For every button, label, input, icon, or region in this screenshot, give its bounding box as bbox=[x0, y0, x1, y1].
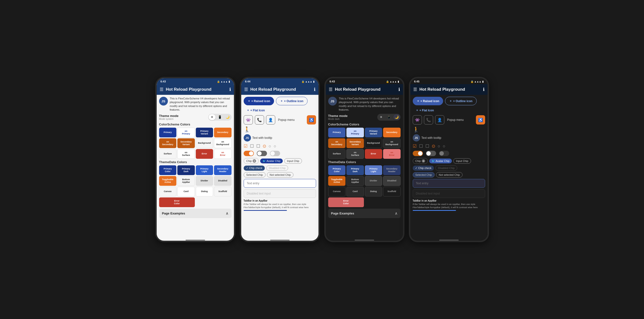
person-icon-btn-2[interactable]: 👤 bbox=[266, 115, 275, 125]
hamburger-icon-4[interactable]: ☰ bbox=[413, 87, 417, 92]
td-dialog-3[interactable]: Dialog bbox=[365, 187, 382, 196]
chip-on-background-3[interactable]: onBackground bbox=[383, 138, 400, 148]
device-mode-btn-1[interactable]: 📱 bbox=[216, 114, 223, 120]
td-primary-light-3[interactable]: PrimaryLight bbox=[365, 165, 382, 175]
td-secondary-header-3[interactable]: SecondaryHeader bbox=[383, 165, 400, 175]
td-scaffold-1[interactable]: Scaffold bbox=[214, 187, 232, 196]
phone-icon-btn-2[interactable]: 📞 bbox=[255, 115, 264, 125]
checkbox-unchecked1-4[interactable]: ☐ bbox=[419, 143, 423, 149]
chip-avatar-4[interactable]: 🐦 Avatar Chip bbox=[429, 159, 452, 163]
chip-avatar-2[interactable]: 🐦 Avatar Chip bbox=[260, 159, 283, 163]
td-bottom-appbar-3[interactable]: BottomAppBar bbox=[346, 176, 364, 186]
flat-icon-btn-2[interactable]: ＋ + Flat Icon bbox=[244, 107, 268, 114]
td-canvas-1[interactable]: Canvas bbox=[159, 187, 176, 196]
td-primary-dark-3[interactable]: PrimaryDark bbox=[346, 165, 364, 175]
accessibility-icon-btn-4[interactable]: ♿ bbox=[476, 115, 485, 125]
dark-mode-btn-1[interactable]: 🌙 bbox=[224, 114, 231, 120]
toggle-on-2[interactable] bbox=[244, 151, 254, 156]
person-icon-btn-4[interactable]: 👤 bbox=[435, 115, 444, 125]
info-icon-1[interactable]: ℹ bbox=[229, 87, 231, 92]
chip-primary-3[interactable]: Primary bbox=[328, 128, 346, 137]
chip-secondary-variant-1[interactable]: SecondaryVariant bbox=[177, 138, 195, 148]
chip-secondary-3[interactable]: Secondary bbox=[383, 128, 400, 137]
td-secondary-header-1[interactable]: SecondaryHeader bbox=[214, 165, 232, 175]
outline-icon-btn-2[interactable]: ＋ + Outline icon bbox=[276, 97, 308, 105]
chip-basic-4[interactable]: Chip ✕ bbox=[413, 158, 428, 164]
chip-on-primary-1[interactable]: onPrimary bbox=[177, 128, 195, 137]
td-disabled-3[interactable]: Disabled bbox=[383, 176, 400, 186]
outline-icon-btn-4[interactable]: ＋ + Outline icon bbox=[445, 97, 476, 105]
chip-background-3[interactable]: Background bbox=[365, 138, 382, 148]
chip-secondary-variant-3[interactable]: SecondaryVariant bbox=[346, 138, 364, 148]
td-primary-color-3[interactable]: PrimaryColor bbox=[328, 165, 346, 175]
td-error-color-3[interactable]: ErrorColor bbox=[328, 197, 364, 207]
chip-close-2[interactable]: ✕ bbox=[253, 159, 256, 163]
checkbox-unchecked2-2[interactable]: ☐ bbox=[256, 143, 260, 149]
hamburger-icon-2[interactable]: ☰ bbox=[244, 87, 248, 92]
radio-empty1-4[interactable]: ○ bbox=[438, 144, 440, 149]
chip-basic-2[interactable]: Chip ✕ bbox=[244, 158, 259, 164]
light-mode-btn-3[interactable]: ☀ bbox=[378, 114, 384, 120]
raised-icon-btn-4[interactable]: ＋ + Raised icon bbox=[413, 97, 443, 105]
chip-on-background-1[interactable]: onBackground bbox=[214, 138, 232, 148]
page-examples-row-1[interactable]: Page Examples ∧ bbox=[159, 209, 232, 218]
td-error-color-1[interactable]: ErrorColor bbox=[159, 197, 195, 207]
flat-icon-btn-4[interactable]: ＋ + Flat Icon bbox=[413, 107, 437, 114]
chip-primary-1[interactable]: Primary bbox=[159, 128, 176, 137]
radio-filled-2[interactable]: ⊙ bbox=[262, 143, 266, 149]
text-entry-2[interactable] bbox=[244, 179, 316, 188]
chip-close-4[interactable]: ✕ bbox=[422, 159, 425, 163]
phone-icon-btn-4[interactable]: 📞 bbox=[424, 115, 433, 125]
radio-empty2-4[interactable]: ○ bbox=[442, 144, 445, 149]
chip-surface-1[interactable]: Surface bbox=[159, 149, 176, 159]
alien-icon-btn-4[interactable]: 👾 bbox=[413, 115, 422, 125]
chip-input-4[interactable]: Input Chip bbox=[453, 158, 471, 164]
chip-primary-variant-3[interactable]: PrimaryVariant bbox=[365, 128, 382, 137]
radio-filled-4[interactable]: ⊙ bbox=[432, 143, 435, 149]
page-examples-row-3[interactable]: Page Examples ∧ bbox=[328, 209, 400, 218]
hamburger-icon-1[interactable]: ☰ bbox=[160, 87, 164, 92]
alien-icon-btn-2[interactable]: 👾 bbox=[244, 115, 253, 125]
td-scaffold-3[interactable]: Scaffold bbox=[383, 187, 400, 196]
chip-on-secondary-1[interactable]: onSecondary bbox=[159, 138, 176, 148]
chip-secondary-1[interactable]: Secondary bbox=[214, 128, 232, 137]
chip-check-2[interactable]: ✓ Chip check bbox=[244, 166, 265, 171]
chip-background-1[interactable]: Background bbox=[196, 138, 213, 148]
chip-surface-3[interactable]: Surface bbox=[328, 149, 346, 159]
td-toggleable-3[interactable]: ToggleableActive bbox=[328, 176, 346, 186]
chip-error-1[interactable]: Error bbox=[196, 149, 213, 159]
td-dialog-1[interactable]: Dialog bbox=[196, 187, 213, 196]
raised-icon-btn-2[interactable]: ＋ + Raised icon bbox=[244, 97, 274, 105]
td-bottom-appbar-1[interactable]: BottomAppBar bbox=[177, 176, 195, 186]
chip-not-selected-4[interactable]: Not selected Chip bbox=[436, 172, 462, 177]
chip-input-2[interactable]: Input Chip bbox=[284, 158, 302, 164]
td-toggleable-1[interactable]: ToggleableActive bbox=[159, 176, 176, 186]
hamburger-icon-3[interactable]: ☰ bbox=[329, 87, 332, 92]
chip-on-primary-3[interactable]: onPrimary bbox=[346, 128, 364, 137]
chip-on-error-3[interactable]: onError bbox=[383, 149, 400, 159]
accessibility-icon-btn-2[interactable]: ♿ bbox=[307, 115, 316, 125]
td-primary-color-1[interactable]: PrimaryColor bbox=[159, 165, 176, 175]
dark-mode-btn-3[interactable]: 🌙 bbox=[393, 114, 400, 120]
td-primary-light-1[interactable]: PrimaryLight bbox=[196, 165, 213, 175]
info-icon-2[interactable]: ℹ bbox=[314, 87, 316, 92]
checkbox-unchecked1-2[interactable]: ☐ bbox=[250, 143, 254, 149]
td-card-1[interactable]: Card bbox=[177, 187, 195, 196]
chip-on-surface-1[interactable]: onSurface bbox=[177, 149, 195, 159]
toggle-off-2[interactable] bbox=[257, 151, 267, 156]
device-mode-btn-3[interactable]: 📱 bbox=[386, 114, 392, 120]
radio-empty2-2[interactable]: ○ bbox=[274, 144, 276, 149]
toggle-off-4[interactable] bbox=[426, 151, 436, 156]
chip-selected-4[interactable]: Selected Chip bbox=[413, 172, 435, 177]
checkbox-checked-4[interactable]: ☑ bbox=[413, 143, 416, 149]
td-primary-dark-1[interactable]: PrimaryDark bbox=[177, 165, 195, 175]
td-divider-1[interactable]: Divider bbox=[196, 176, 213, 186]
text-entry-4[interactable] bbox=[413, 179, 485, 188]
chip-not-selected-2[interactable]: Not selected Chip bbox=[267, 172, 294, 177]
chip-on-surface-3[interactable]: onSurface bbox=[346, 149, 364, 159]
light-mode-btn-1[interactable]: ☀ bbox=[209, 114, 216, 120]
checkbox-checked-2[interactable]: ☑ bbox=[244, 143, 248, 149]
td-card-3[interactable]: Card bbox=[346, 187, 364, 196]
td-divider-3[interactable]: Divider bbox=[365, 176, 382, 186]
chip-on-error-1[interactable]: onError bbox=[214, 149, 232, 159]
